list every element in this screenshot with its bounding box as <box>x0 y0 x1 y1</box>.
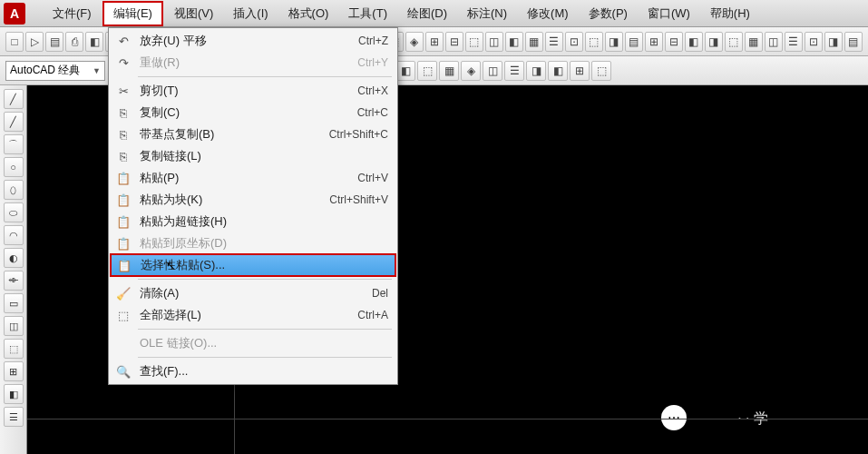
edit-menu-item-16: OLE 链接(O)... <box>111 332 395 354</box>
tb2-btn-4[interactable]: ▦ <box>439 61 459 81</box>
edit-menu-item-11[interactable]: 📋选择性粘贴(S)...↖ <box>110 253 396 277</box>
tb1r-btn-10[interactable]: ⬚ <box>585 32 603 52</box>
draw-tool-5[interactable]: ⬭ <box>4 202 24 222</box>
draw-tool-12[interactable]: ⊞ <box>4 361 24 381</box>
menu-item-shortcut: Ctrl+V <box>357 172 388 184</box>
draw-tool-11[interactable]: ⬚ <box>4 339 24 359</box>
menu-1[interactable]: 编辑(E) <box>102 1 163 26</box>
edit-menu-item-9[interactable]: 📋粘贴为超链接(H) <box>111 211 395 232</box>
workspace-selector[interactable]: AutoCAD 经典 ▼ <box>5 61 105 81</box>
edit-menu-item-0[interactable]: ↶放弃(U) 平移Ctrl+Z <box>111 30 395 52</box>
tb1-btn-4[interactable]: ◧ <box>85 32 103 52</box>
tb2-btn-5[interactable]: ◈ <box>461 61 481 81</box>
draw-tool-8[interactable]: ⬲ <box>4 271 24 291</box>
tb2-btn-7[interactable]: ☰ <box>504 61 524 81</box>
tb1r-btn-8[interactable]: ☰ <box>545 32 563 52</box>
menu-item-label: 粘贴为块(K) <box>140 192 311 208</box>
menu-item-label: 剪切(T) <box>140 83 339 99</box>
tb1r-btn-11[interactable]: ◨ <box>605 32 623 52</box>
menu-4[interactable]: 格式(O) <box>279 3 338 25</box>
draw-tool-4[interactable]: ⬯ <box>4 180 24 200</box>
draw-tool-13[interactable]: ◧ <box>4 384 24 404</box>
tb1r-btn-15[interactable]: ◧ <box>685 32 703 52</box>
menu-item-label: 重做(R) <box>140 54 339 71</box>
edit-menu-item-10: 📋粘贴到原坐标(D) <box>111 232 395 254</box>
menu-10[interactable]: 窗口(W) <box>639 3 699 25</box>
menu-8[interactable]: 修改(M) <box>518 3 578 25</box>
tb1r-btn-6[interactable]: ◧ <box>505 32 523 52</box>
menu-3[interactable]: 插入(I) <box>224 3 277 25</box>
menu-separator <box>138 357 392 358</box>
menu-item-label: OLE 链接(O)... <box>140 335 370 351</box>
menu-11[interactable]: 帮助(H) <box>701 3 759 25</box>
tb2-btn-9[interactable]: ◧ <box>548 61 568 81</box>
menu-7[interactable]: 标注(N) <box>458 3 516 25</box>
menu-item-label: 复制链接(L) <box>140 148 370 164</box>
menu-item-icon: ↶ <box>114 32 132 50</box>
edit-menu-item-13[interactable]: 🧹清除(A)Del <box>111 282 395 304</box>
tb1r-btn-1[interactable]: ◈ <box>405 32 424 52</box>
draw-tool-0[interactable]: ╱ <box>4 89 24 109</box>
draw-tool-14[interactable]: ☰ <box>4 407 24 427</box>
edit-menu-item-18[interactable]: 🔍查找(F)... <box>111 360 395 382</box>
menu-2[interactable]: 视图(V) <box>165 3 222 25</box>
tb1r-btn-18[interactable]: ▦ <box>745 32 763 52</box>
tb1-btn-1[interactable]: ▷ <box>25 32 44 52</box>
menu-item-icon: 📋 <box>114 234 132 252</box>
edit-menu-item-14[interactable]: ⬚全部选择(L)Ctrl+A <box>111 304 395 326</box>
tb1r-btn-14[interactable]: ⊟ <box>665 32 683 52</box>
menu-item-label: 带基点复制(B) <box>140 126 311 143</box>
tb2-btn-8[interactable]: ◨ <box>526 61 546 81</box>
app-logo[interactable]: A <box>4 3 25 25</box>
draw-tool-2[interactable]: ⌒ <box>4 134 24 154</box>
tb1r-btn-5[interactable]: ◫ <box>485 32 503 52</box>
draw-tool-10[interactable]: ◫ <box>4 316 24 336</box>
menu-5[interactable]: 工具(T) <box>339 3 396 25</box>
tb1r-btn-22[interactable]: ◨ <box>824 32 843 52</box>
menu-separator <box>138 329 392 330</box>
tb1r-btn-4[interactable]: ⬚ <box>465 32 483 52</box>
tb1r-btn-17[interactable]: ⬚ <box>725 32 743 52</box>
tb1r-btn-23[interactable]: ▤ <box>844 32 863 52</box>
tb1r-btn-9[interactable]: ⊡ <box>565 32 583 52</box>
menu-item-label: 选择性粘贴(S)... <box>141 257 369 273</box>
tb2-btn-2[interactable]: ◧ <box>395 61 415 81</box>
draw-tool-7[interactable]: ◐ <box>4 248 24 268</box>
edit-menu-item-3[interactable]: ✂剪切(T)Ctrl+X <box>111 80 395 102</box>
draw-tool-6[interactable]: ◠ <box>4 225 24 245</box>
tb1r-btn-13[interactable]: ⊞ <box>645 32 663 52</box>
menu-item-icon: 🧹 <box>114 284 132 302</box>
tb1r-btn-7[interactable]: ▦ <box>525 32 543 52</box>
tb2-btn-10[interactable]: ⊞ <box>570 61 590 81</box>
menu-6[interactable]: 绘图(D) <box>398 3 456 25</box>
draw-tool-9[interactable]: ▭ <box>4 293 24 313</box>
tb2-btn-6[interactable]: ◫ <box>483 61 502 81</box>
menu-9[interactable]: 参数(P) <box>580 3 637 25</box>
tb1-btn-2[interactable]: ▤ <box>45 32 63 52</box>
tb1r-btn-19[interactable]: ◫ <box>765 32 783 52</box>
tb1r-btn-12[interactable]: ▤ <box>625 32 643 52</box>
tb1-btn-3[interactable]: ⎙ <box>65 32 83 52</box>
tb2-btn-3[interactable]: ⬚ <box>417 61 437 81</box>
menu-0[interactable]: 文件(F) <box>44 3 101 25</box>
menu-item-label: 粘贴为超链接(H) <box>140 213 370 230</box>
edit-menu-item-6[interactable]: ⎘复制链接(L) <box>111 145 395 167</box>
edit-menu-item-5[interactable]: ⎘带基点复制(B)Ctrl+Shift+C <box>111 123 395 145</box>
menu-item-icon: ↷ <box>114 54 132 72</box>
tb1r-btn-16[interactable]: ◨ <box>705 32 723 52</box>
edit-menu-item-7[interactable]: 📋粘贴(P)Ctrl+V <box>111 167 395 189</box>
tb1r-btn-3[interactable]: ⊟ <box>445 32 463 52</box>
edit-menu-item-4[interactable]: ⎘复制(C)Ctrl+C <box>111 102 395 123</box>
tb1r-btn-20[interactable]: ☰ <box>785 32 803 52</box>
menu-item-shortcut: Del <box>372 287 388 300</box>
tb2-btn-11[interactable]: ⬚ <box>591 61 611 81</box>
menu-item-shortcut: Ctrl+Y <box>357 56 388 69</box>
tb1r-btn-21[interactable]: ⊡ <box>805 32 823 52</box>
menu-item-label: 清除(A) <box>140 285 354 301</box>
draw-tool-1[interactable]: ╱ <box>4 112 24 132</box>
tb1r-btn-2[interactable]: ⊞ <box>425 32 444 52</box>
tb1-btn-0[interactable]: □ <box>5 32 24 52</box>
draw-tool-3[interactable]: ○ <box>4 157 24 177</box>
menu-item-icon: ⎘ <box>114 147 132 165</box>
edit-menu-item-8[interactable]: 📋粘贴为块(K)Ctrl+Shift+V <box>111 189 395 211</box>
